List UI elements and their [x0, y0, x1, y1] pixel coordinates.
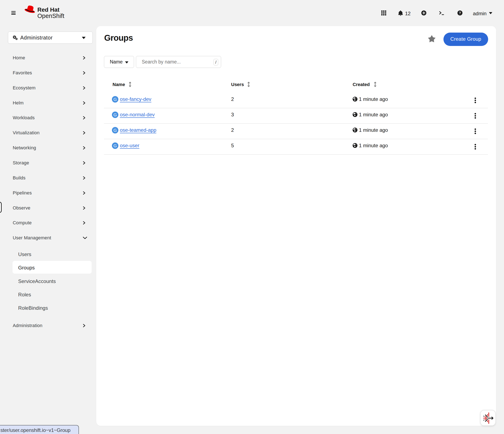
svg-text:?: ?	[459, 11, 461, 15]
